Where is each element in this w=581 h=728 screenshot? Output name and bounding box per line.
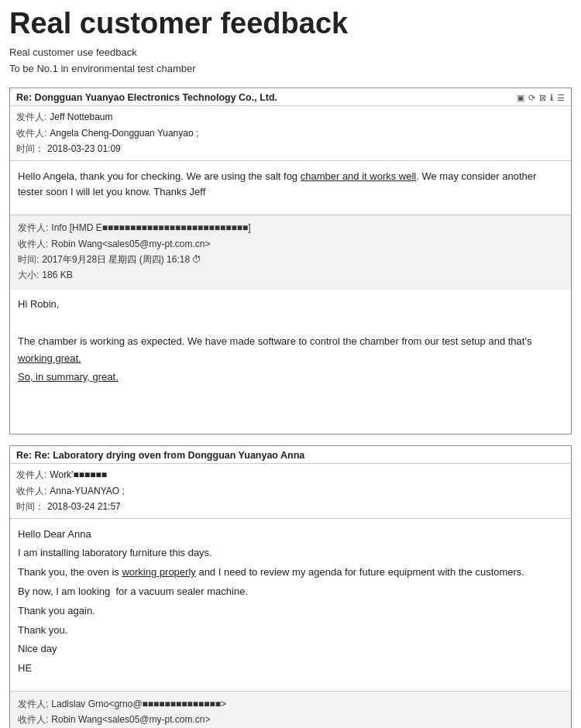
q1-from-value: Info [HMD E■■■■■■■■■■■■■■■■■■■■■■■■■■] xyxy=(51,220,250,235)
recipient-label-1: 收件人: xyxy=(16,125,46,141)
sender-label-1: 发件人: xyxy=(16,109,46,125)
q1-size-value: 186 KB xyxy=(42,267,72,283)
q1-time-value: 2017年9月28日 星期四 (周四) 16:18 ⏱ xyxy=(42,252,201,267)
email-card-1: Re: Dongguan Yuanyao Electronics Technol… xyxy=(9,88,572,434)
recipient-label-2: 收件人: xyxy=(16,483,46,499)
email-header-1: Re: Dongguan Yuanyao Electronics Technol… xyxy=(10,88,571,106)
time-value-2: 2018-03-24 21:57 xyxy=(47,499,121,514)
q2-to-value: Robin Wang<sales05@my-pt.com.cn> xyxy=(51,712,210,727)
q1-size-label: 大小: xyxy=(18,267,39,283)
q1-to-label: 收件人: xyxy=(18,236,48,252)
email-header-2: Re: Re: Laboratory drying oven from Dong… xyxy=(10,446,571,464)
time-value-1: 2018-03-23 01:09 xyxy=(47,141,121,156)
email-meta-2: 发件人: Work'■■■■■■ 收件人: Anna-YUANYAO ; 时间：… xyxy=(10,464,571,518)
email-subject-1: Re: Dongguan Yuanyao Electronics Technol… xyxy=(16,92,277,103)
email-body-2: Hello Dear Anna I am installing laborato… xyxy=(10,519,571,691)
icon-mail-1: ⊠ xyxy=(539,93,546,103)
email-body-1: Hello Angela, thank you for checking. We… xyxy=(10,161,571,215)
email-meta-1: 发件人: Jeff Nottebaum 收件人: Angela Cheng-Do… xyxy=(10,106,571,160)
underline-summary: So, in summary, great. xyxy=(18,371,119,383)
page-main-title: Real customer feedback xyxy=(9,8,572,40)
quoted-section-1: 发件人: Info [HMD E■■■■■■■■■■■■■■■■■■■■■■■■… xyxy=(10,215,571,290)
q1-from-label: 发件人: xyxy=(18,220,48,235)
icon-square-1: ▣ xyxy=(517,93,524,103)
quoted-section-2: 发件人: Ladislav Grno<grno@■■■■■■■■■■■■■■> … xyxy=(10,691,571,728)
time-label-2: 时间： xyxy=(16,499,44,514)
sender-value-2: Work'■■■■■■ xyxy=(50,467,107,482)
icon-info-1: ℹ xyxy=(550,93,553,103)
q2-to-label: 收件人: xyxy=(18,712,48,727)
underline-1: chamber and it works well xyxy=(301,170,417,182)
recipient-value-1: Angela Cheng-Dongguan Yuanyao ; xyxy=(50,125,198,141)
quoted-body-1: Hi Robin, The chamber is working as expe… xyxy=(10,290,571,434)
q1-time-label: 时间: xyxy=(18,252,39,267)
sender-label-2: 发件人: xyxy=(16,467,46,482)
recipient-value-2: Anna-YUANYAO ; xyxy=(50,483,124,499)
underline-working-great: working great. xyxy=(18,352,81,364)
q2-from-label: 发件人: xyxy=(18,696,48,712)
sender-value-1: Jeff Nottebaum xyxy=(50,109,112,125)
page-subtitle: Real customer use feedback To be No.1 in… xyxy=(9,45,572,77)
icon-menu-1: ☰ xyxy=(557,93,565,103)
email-subject-2: Re: Re: Laboratory drying oven from Dong… xyxy=(16,450,304,461)
q2-from-value: Ladislav Grno<grno@■■■■■■■■■■■■■■> xyxy=(51,696,226,712)
underline-working-properly: working properly xyxy=(122,566,195,578)
email-icons-1: ▣ ⟳ ⊠ ℹ ☰ xyxy=(517,93,565,103)
icon-refresh-1: ⟳ xyxy=(528,93,535,103)
q1-to-value: Robin Wang<sales05@my-pt.com.cn> xyxy=(51,236,210,252)
time-label-1: 时间： xyxy=(16,141,44,156)
email-card-2: Re: Re: Laboratory drying oven from Dong… xyxy=(9,445,572,728)
